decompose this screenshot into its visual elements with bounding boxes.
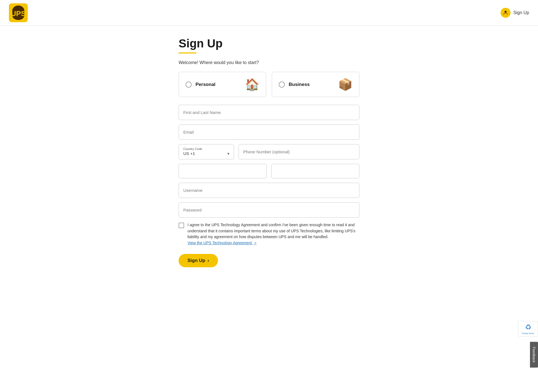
ups-logo[interactable]: UPS — [9, 3, 28, 22]
svg-point-2 — [504, 11, 506, 13]
main-content: Sign Up Welcome! Where would you like to… — [172, 26, 366, 284]
username-field-group — [179, 183, 359, 198]
user-icon[interactable] — [501, 8, 511, 18]
personal-card[interactable]: Personal 🏠 — [179, 72, 266, 97]
phone-input[interactable] — [238, 144, 359, 159]
country-code-label: Country Code — [183, 147, 229, 151]
arrow-icon: › — [207, 258, 209, 263]
agreement-area: I agree to the UPS Technology Agreement … — [179, 222, 359, 246]
title-underline — [179, 52, 196, 54]
password-input[interactable] — [179, 202, 359, 218]
partial-fields-row — [179, 164, 359, 178]
personal-icon: 🏠 — [245, 78, 259, 91]
site-header: UPS Sign Up — [0, 0, 538, 26]
agreement-text: I agree to the UPS Technology Agreement … — [187, 222, 359, 246]
business-label: Business — [289, 82, 310, 87]
header-signup-text: Sign Up — [513, 10, 529, 15]
account-type-row: Personal 🏠 Business 📦 — [179, 72, 359, 97]
welcome-text: Welcome! Where would you like to start? — [179, 60, 359, 65]
business-card[interactable]: Business 📦 — [272, 72, 359, 97]
partial-field-2 — [271, 164, 359, 178]
business-radio[interactable] — [279, 82, 285, 88]
chevron-down-icon: ▾ — [227, 151, 229, 156]
header-right: Sign Up — [501, 8, 529, 18]
svg-text:UPS: UPS — [11, 9, 26, 18]
country-code-value: US +1 — [183, 151, 195, 156]
external-link-icon: ↗ — [254, 241, 257, 245]
name-input[interactable] — [179, 105, 359, 120]
password-field-group — [179, 202, 359, 218]
phone-row: Country Code US +1 ▾ — [179, 144, 359, 159]
email-field-group — [179, 124, 359, 140]
username-input[interactable] — [179, 183, 359, 198]
country-code-select[interactable]: Country Code US +1 ▾ — [179, 144, 234, 159]
personal-label: Personal — [196, 82, 215, 87]
partial-field-1 — [179, 164, 267, 178]
personal-radio[interactable] — [186, 82, 192, 88]
page-title: Sign Up — [179, 37, 359, 50]
business-icon: 📦 — [338, 78, 352, 91]
agreement-link[interactable]: View the UPS Technology Agreement ↗ — [187, 241, 257, 245]
agreement-checkbox[interactable] — [179, 223, 184, 228]
signup-button[interactable]: Sign Up › — [179, 254, 218, 267]
name-field-group — [179, 105, 359, 120]
email-input[interactable] — [179, 124, 359, 140]
